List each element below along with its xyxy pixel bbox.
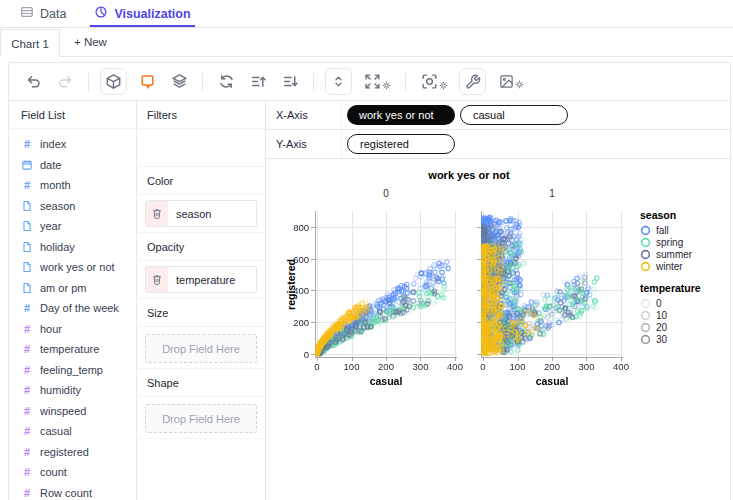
field-item[interactable]: #month: [9, 175, 136, 196]
undo-icon: [25, 73, 42, 90]
legend-symbol-icon: [640, 334, 651, 345]
remove-color-field-button[interactable]: [146, 201, 168, 226]
redo-button: [53, 70, 77, 94]
field-item[interactable]: date: [9, 155, 136, 176]
x-axis-pill-work-yes-or-not[interactable]: work yes or not: [347, 105, 455, 125]
color-label: Color: [137, 167, 265, 195]
field-item-label: year: [40, 220, 61, 232]
updown-button[interactable]: [325, 68, 352, 95]
scan-button[interactable]: [417, 70, 451, 94]
pie-chart-icon: [94, 5, 108, 22]
sort-ascending-button[interactable]: [246, 70, 270, 94]
redo-icon: [57, 73, 74, 90]
field-item[interactable]: holiday: [9, 237, 136, 258]
document-icon: [21, 200, 33, 212]
remove-opacity-field-button[interactable]: [146, 267, 168, 292]
field-item[interactable]: #index: [9, 134, 136, 155]
field-item[interactable]: #feeling_temp: [9, 360, 136, 381]
y-tick-label: 0: [281, 349, 309, 360]
workspace-panel: Field List #indexdate#monthseasonyearhol…: [8, 62, 731, 500]
x-axis-title: casual: [522, 375, 582, 387]
size-dropzone[interactable]: Drop Field Here: [145, 334, 257, 363]
field-item-label: work yes or not: [40, 261, 115, 273]
gear-icon: [382, 81, 391, 90]
sort-descending-button[interactable]: [278, 70, 302, 94]
tab-visualization[interactable]: Visualization: [94, 0, 190, 27]
field-item-label: count: [40, 466, 67, 478]
tab-visualization-label: Visualization: [114, 7, 190, 21]
field-item[interactable]: #temperature: [9, 339, 136, 360]
resize-icon: [364, 73, 381, 90]
color-field-pill[interactable]: season: [145, 200, 257, 227]
layers-button[interactable]: [167, 70, 191, 94]
x-axis-shelf-label: X-Axis: [266, 101, 342, 129]
legend-symbol-icon: [640, 261, 651, 272]
resize-button[interactable]: [360, 70, 394, 94]
toolbar-divider: [202, 73, 203, 91]
gear-icon: [439, 81, 448, 90]
document-icon: [21, 282, 33, 294]
undo-button[interactable]: [21, 70, 45, 94]
y-tick-label: 600: [281, 254, 309, 265]
field-item-label: date: [40, 159, 61, 171]
toolbar-divider: [88, 73, 89, 91]
shape-label: Shape: [137, 369, 265, 397]
field-item[interactable]: #count: [9, 462, 136, 483]
field-item[interactable]: #winspeed: [9, 401, 136, 422]
field-item[interactable]: #hour: [9, 319, 136, 340]
x-axis-pill-casual[interactable]: casual: [460, 105, 568, 125]
new-chart-button[interactable]: + New: [74, 28, 107, 56]
shape-dropzone[interactable]: Drop Field Here: [145, 404, 257, 433]
tab-data-label: Data: [40, 7, 66, 21]
cube-button[interactable]: [100, 68, 127, 95]
hash-icon: #: [21, 364, 33, 376]
opacity-field-pill[interactable]: temperature: [145, 266, 257, 293]
shape-dropzone-text: Drop Field Here: [162, 413, 240, 425]
field-item[interactable]: am or pm: [9, 278, 136, 299]
export-image-icon: [499, 74, 514, 89]
wrench-button[interactable]: [459, 68, 486, 95]
field-item-label: humidity: [40, 384, 81, 396]
cube-icon: [105, 73, 122, 90]
hash-icon: #: [21, 487, 33, 499]
export-image-button[interactable]: [494, 70, 528, 94]
field-item-label: temperature: [40, 343, 99, 355]
field-item-label: index: [40, 138, 66, 150]
refresh-icon: [218, 73, 235, 90]
legend-item: fall: [640, 224, 701, 236]
scan-icon: [421, 73, 438, 90]
field-item[interactable]: #registered: [9, 442, 136, 463]
field-item[interactable]: year: [9, 216, 136, 237]
field-item[interactable]: #casual: [9, 421, 136, 442]
legend-item: 10: [640, 309, 701, 321]
facet-label-1: 1: [532, 188, 572, 199]
y-axis-pill-registered[interactable]: registered: [347, 134, 455, 154]
facet-label-0: 0: [366, 188, 406, 199]
field-item-label: Day of the week: [40, 302, 119, 314]
field-item-label: month: [40, 179, 71, 191]
field-item[interactable]: #humidity: [9, 380, 136, 401]
toolbar: [9, 63, 730, 101]
field-item[interactable]: #Day of the week: [9, 298, 136, 319]
chart-canvas-area: work yes or not registered season fallsp…: [266, 159, 730, 500]
chart-tab-1[interactable]: Chart 1: [0, 29, 60, 57]
scatter-plot-facet-0[interactable]: [309, 207, 461, 367]
refresh-button[interactable]: [214, 70, 238, 94]
scatter-plot-facet-1[interactable]: [475, 207, 627, 367]
color-field-name: season: [168, 208, 211, 220]
field-item[interactable]: work yes or not: [9, 257, 136, 278]
field-item[interactable]: season: [9, 196, 136, 217]
tab-data[interactable]: Data: [20, 0, 66, 27]
x-tick-label: 100: [340, 361, 364, 372]
sort-descending-icon: [282, 73, 299, 90]
legend-temperature-title: temperature: [640, 282, 701, 294]
filters-dropzone[interactable]: [137, 129, 265, 167]
legend-symbol-icon: [640, 225, 651, 236]
x-tick-label: 200: [374, 361, 398, 372]
x-tick-label: 200: [540, 361, 564, 372]
field-item[interactable]: #Row count: [9, 483, 136, 500]
document-icon: [21, 241, 33, 253]
annotation-button[interactable]: [135, 70, 159, 94]
hash-icon: #: [21, 446, 33, 458]
x-axis-title: casual: [356, 375, 416, 387]
